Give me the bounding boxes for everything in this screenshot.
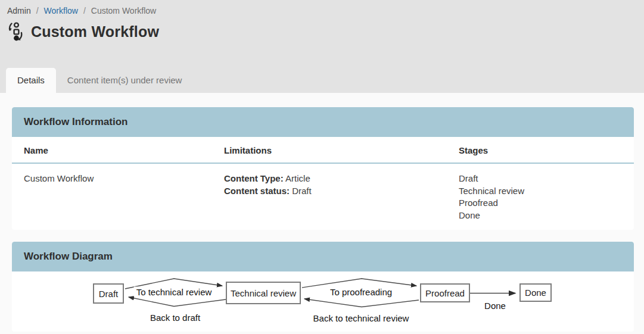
- stage-item: Technical review: [459, 185, 622, 198]
- limitations-cell: Content Type: Article Content status: Dr…: [224, 164, 459, 230]
- workflow-name-value: Custom Workflow: [24, 164, 224, 230]
- workflow-icon: [6, 21, 25, 42]
- tab-bar: Details Content item(s) under review: [0, 68, 644, 93]
- edge-label-to-technical-review: To technical review: [134, 287, 214, 297]
- stage-item: Draft: [459, 173, 622, 185]
- workflow-diagram-canvas: Draft Technical review Proofread Done To…: [12, 271, 634, 332]
- workflow-information-panel: Workflow Information Name Limitations St…: [12, 107, 634, 230]
- column-header-name: Name: [24, 137, 224, 163]
- edge-back-to-technical-review: [304, 299, 419, 307]
- page-title: Custom Workflow: [31, 23, 159, 40]
- info-table-data-row: Custom Workflow Content Type: Article Co…: [12, 164, 634, 230]
- breadcrumb-separator: /: [83, 6, 86, 15]
- workflow-diagram-header: Workflow Diagram: [12, 242, 634, 271]
- edge-back-to-draft: [129, 297, 226, 307]
- edge-label-to-proofreading: To proofreading: [328, 287, 394, 297]
- content-area: Workflow Information Name Limitations St…: [0, 107, 644, 332]
- limitation-content-status: Content status: Draft: [224, 185, 459, 198]
- diagram-node-technical-review: Technical review: [226, 282, 301, 304]
- breadcrumb-item-admin[interactable]: Admin: [7, 6, 31, 15]
- limitation-label: Content Type:: [224, 173, 284, 183]
- top-header-region: Admin / Workflow / Custom Workflow Custo…: [0, 0, 644, 93]
- breadcrumb-item-current: Custom Workflow: [91, 6, 156, 15]
- edge-label-back-to-draft: Back to draft: [148, 313, 203, 323]
- breadcrumb-separator: /: [36, 6, 39, 15]
- workflow-information-header: Workflow Information: [12, 107, 634, 137]
- edge-label-back-to-technical-review: Back to technical review: [311, 313, 412, 323]
- stage-item: Done: [459, 210, 622, 222]
- breadcrumb-item-workflow[interactable]: Workflow: [44, 6, 78, 15]
- diagram-node-draft: Draft: [93, 283, 124, 304]
- column-header-stages: Stages: [459, 137, 622, 163]
- breadcrumb: Admin / Workflow / Custom Workflow: [0, 0, 644, 15]
- limitation-value: Draft: [290, 186, 312, 196]
- stages-cell: Draft Technical review Proofread Done: [459, 164, 622, 230]
- diagram-node-done: Done: [519, 283, 552, 302]
- info-table-header-row: Name Limitations Stages: [12, 137, 634, 164]
- workflow-diagram-title: Workflow Diagram: [24, 251, 113, 263]
- page-title-row: Custom Workflow: [0, 15, 644, 42]
- tab-content-items-under-review[interactable]: Content item(s) under review: [56, 68, 194, 93]
- column-header-limitations: Limitations: [224, 137, 459, 163]
- diagram-node-proofread: Proofread: [420, 283, 470, 302]
- limitation-value: Article: [284, 173, 310, 183]
- workflow-information-title: Workflow Information: [24, 116, 127, 128]
- limitation-label: Content status:: [224, 186, 290, 196]
- limitation-content-type: Content Type: Article: [224, 173, 459, 185]
- workflow-diagram-panel: Workflow Diagram Draft Technical rev: [12, 242, 634, 332]
- edge-label-done: Done: [482, 301, 508, 311]
- stage-item: Proofread: [459, 197, 622, 210]
- tab-details[interactable]: Details: [6, 68, 56, 93]
